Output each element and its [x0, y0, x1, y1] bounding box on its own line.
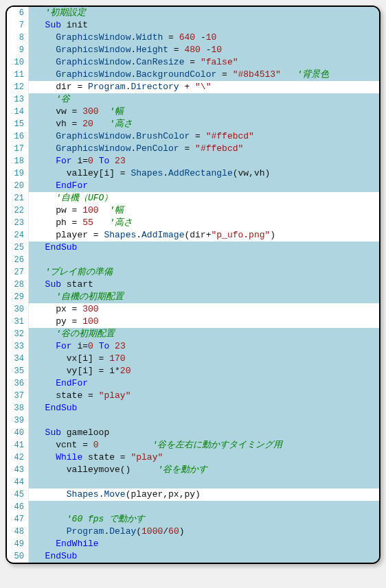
code-content[interactable]: GraphicsWindow.BackgroundColor = "#8b451… — [29, 69, 329, 81]
code-line[interactable]: 13 '谷 — [7, 93, 379, 106]
code-content[interactable]: '谷 — [29, 93, 70, 106]
code-content[interactable]: px = 300 — [29, 303, 99, 316]
code-line[interactable]: 43 valleymove() '谷を動かす — [7, 464, 379, 476]
code-line[interactable]: 40 Sub gameloop — [7, 427, 379, 439]
code-line[interactable]: 12 dir = Program.Directory + "\" — [7, 81, 379, 93]
code-line[interactable]: 28 Sub start — [7, 279, 379, 291]
code-line[interactable]: 6 '初期設定 — [7, 7, 379, 19]
code-line[interactable]: 26 — [7, 254, 379, 266]
code-content[interactable]: pw = 100 '幅 — [29, 204, 124, 217]
code-content[interactable]: Sub start — [29, 279, 93, 291]
code-content[interactable]: While state = "play" — [29, 451, 163, 464]
code-line[interactable]: 45 Shapes.Move(player,px,py) — [7, 489, 379, 501]
code-content[interactable]: GraphicsWindow.PenColor = "#ffebcd" — [29, 143, 243, 155]
code-line[interactable]: 49 EndWhile — [7, 538, 379, 550]
code-line[interactable]: 22 pw = 100 '幅 — [7, 204, 379, 217]
code-line[interactable]: 16 GraphicsWindow.BrushColor = "#ffebcd" — [7, 130, 379, 143]
token-kw: To — [99, 341, 110, 351]
code-content[interactable]: EndSub — [29, 550, 77, 563]
code-content[interactable]: GraphicsWindow.CanResize = "false" — [29, 56, 238, 69]
code-line[interactable]: 11 GraphicsWindow.BackgroundColor = "#8b… — [7, 69, 379, 81]
code-content[interactable]: GraphicsWindow.Height = 480 -10 — [29, 44, 222, 56]
line-number: 28 — [7, 279, 29, 291]
code-content[interactable]: py = 100 — [29, 316, 99, 328]
token-kw: Sub — [45, 20, 61, 30]
code-line[interactable]: 14 vw = 300 '幅 — [7, 106, 379, 118]
code-content[interactable]: ph = 55 '高さ — [29, 217, 133, 229]
code-content[interactable]: '60 fps で動かす — [29, 513, 145, 526]
code-line[interactable]: 19 valley[i] = Shapes.AddRectangle(vw,vh… — [7, 167, 379, 180]
code-line[interactable]: 37 state = "play" — [7, 390, 379, 402]
code-line[interactable]: 25 EndSub — [7, 242, 379, 254]
code-line[interactable]: 31 py = 100 — [7, 316, 379, 328]
code-line[interactable]: 10 GraphicsWindow.CanResize = "false" — [7, 56, 379, 69]
code-content[interactable]: '自機の初期配置 — [29, 291, 124, 303]
code-line[interactable]: 35 vy[i] = i*20 — [7, 365, 379, 377]
code-content[interactable]: EndFor — [29, 377, 88, 390]
code-content[interactable]: '初期設定 — [29, 7, 86, 19]
token-com: '自機の初期配置 — [56, 292, 124, 302]
code-content[interactable]: valleymove() '谷を動かす — [29, 464, 207, 476]
code-line[interactable]: 7 Sub init — [7, 19, 379, 32]
code-line[interactable]: 50 EndSub — [7, 550, 379, 563]
token-op: . — [136, 230, 141, 240]
code-line[interactable]: 17 GraphicsWindow.PenColor = "#ffebcd" — [7, 143, 379, 155]
code-line[interactable]: 9 GraphicsWindow.Height = 480 -10 — [7, 44, 379, 56]
code-line[interactable]: 30 px = 300 — [7, 303, 379, 316]
code-content[interactable] — [29, 476, 34, 489]
code-content[interactable]: EndSub — [29, 402, 77, 414]
code-line[interactable]: 24 player = Shapes.AddImage(dir+"p_ufo.p… — [7, 229, 379, 242]
code-line[interactable]: 32 '谷の初期配置 — [7, 328, 379, 340]
code-content[interactable]: Shapes.Move(player,px,py) — [29, 489, 201, 501]
code-line[interactable]: 21 '自機（UFO） — [7, 192, 379, 204]
code-line[interactable]: 15 vh = 20 '高さ — [7, 118, 379, 130]
code-line[interactable]: 38 EndSub — [7, 402, 379, 414]
token-prop: Program — [67, 526, 104, 537]
code-line[interactable]: 44 — [7, 476, 379, 489]
code-content[interactable]: Sub init — [29, 19, 88, 32]
code-line[interactable]: 46 — [7, 501, 379, 513]
code-line[interactable]: 23 ph = 55 '高さ — [7, 217, 379, 229]
code-content[interactable] — [29, 501, 34, 513]
code-line[interactable]: 34 vx[i] = 170 — [7, 353, 379, 365]
token-txt — [34, 539, 56, 549]
token-txt — [34, 341, 56, 351]
code-content[interactable]: vw = 300 '幅 — [29, 106, 124, 118]
code-content[interactable]: vh = 20 '高さ — [29, 118, 133, 130]
code-line[interactable]: 20 EndFor — [7, 180, 379, 192]
code-line[interactable]: 42 While state = "play" — [7, 451, 379, 464]
code-content[interactable]: '自機（UFO） — [29, 192, 113, 204]
code-line[interactable]: 39 — [7, 414, 379, 427]
code-line[interactable]: 48 Program.Delay(1000/60) — [7, 526, 379, 538]
code-content[interactable]: For i=0 To 23 — [29, 155, 126, 167]
code-content[interactable]: player = Shapes.AddImage(dir+"p_ufo.png"… — [29, 229, 275, 242]
code-content[interactable] — [29, 254, 34, 266]
code-content[interactable]: GraphicsWindow.Width = 640 -10 — [29, 32, 216, 44]
code-line[interactable]: 27 'プレイ前の準備 — [7, 266, 379, 279]
code-editor[interactable]: 6 '初期設定7 Sub init8 GraphicsWindow.Width … — [5, 5, 381, 564]
code-content[interactable]: vx[i] = 170 — [29, 353, 126, 365]
code-content[interactable]: vcnt = 0 '谷を左右に動かすタイミング用 — [29, 439, 282, 451]
code-content[interactable]: GraphicsWindow.BrushColor = "#ffebcd" — [29, 130, 254, 143]
code-content[interactable]: EndWhile — [29, 538, 99, 550]
code-line[interactable]: 18 For i=0 To 23 — [7, 155, 379, 167]
code-line[interactable]: 29 '自機の初期配置 — [7, 291, 379, 303]
code-content[interactable]: EndFor — [29, 180, 88, 192]
code-line[interactable]: 36 EndFor — [7, 377, 379, 390]
code-content[interactable]: Sub gameloop — [29, 427, 109, 439]
code-content[interactable]: 'プレイ前の準備 — [29, 266, 113, 279]
code-line[interactable]: 47 '60 fps で動かす — [7, 513, 379, 526]
code-line[interactable]: 41 vcnt = 0 '谷を左右に動かすタイミング用 — [7, 439, 379, 451]
code-line[interactable]: 33 For i=0 To 23 — [7, 340, 379, 353]
token-txt — [34, 329, 56, 339]
code-content[interactable] — [29, 414, 34, 427]
code-content[interactable]: For i=0 To 23 — [29, 340, 126, 353]
code-content[interactable]: EndSub — [29, 242, 77, 254]
code-content[interactable]: Program.Delay(1000/60) — [29, 526, 185, 538]
code-content[interactable]: '谷の初期配置 — [29, 328, 115, 340]
code-content[interactable]: state = "play" — [29, 390, 130, 402]
code-line[interactable]: 8 GraphicsWindow.Width = 640 -10 — [7, 32, 379, 44]
code-content[interactable]: valley[i] = Shapes.AddRectangle(vw,vh) — [29, 167, 270, 180]
code-content[interactable]: dir = Program.Directory + "\" — [29, 81, 211, 93]
code-content[interactable]: vy[i] = i*20 — [29, 365, 130, 377]
